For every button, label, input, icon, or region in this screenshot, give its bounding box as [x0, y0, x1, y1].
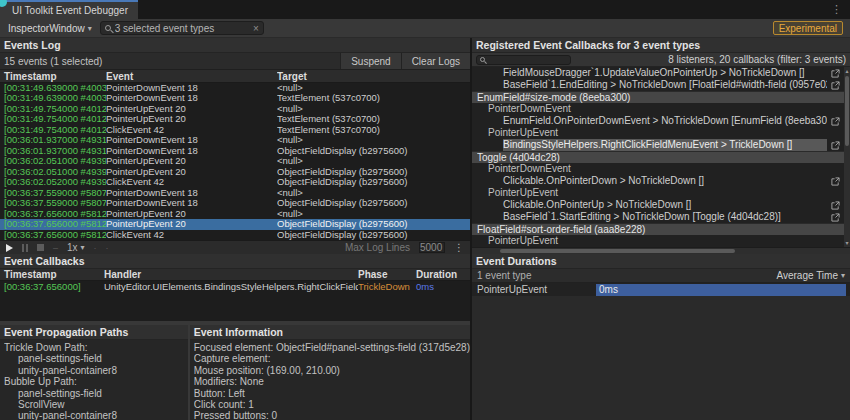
- window-menu-icon[interactable]: ⋮: [828, 1, 845, 17]
- registered-callback-row[interactable]: Toggle (4d04dc28): [472, 151, 850, 163]
- propagation-body: Trickle Down Path:panel-settings-fieldun…: [0, 340, 188, 420]
- event-name: ClickEvent 42: [106, 177, 277, 187]
- event-name: PointerUpEvent 20: [106, 219, 277, 229]
- event-log-row[interactable]: [00:36:02.051000 #493990] PointerUpEvent…: [0, 167, 470, 177]
- playback-speed-dropdown[interactable]: 1x ▾: [67, 242, 85, 253]
- registered-callback-label: BaseField`1.EndEditing > NoTrickleDown […: [503, 79, 827, 91]
- stop-icon[interactable]: [37, 244, 44, 251]
- column-handler[interactable]: Handler: [104, 269, 358, 280]
- event-log-row[interactable]: [00:31:49.639000 #400354] PointerDownEve…: [0, 83, 470, 93]
- registered-callback-row[interactable]: Clickable.OnPointerUp > NoTrickleDown []: [472, 199, 850, 211]
- event-information-line: Focused element: ObjectField#panel-setti…: [194, 342, 470, 353]
- speed-decrease-icon[interactable]: –: [53, 243, 58, 253]
- open-source-icon[interactable]: [831, 117, 840, 126]
- propagation-header: Event Propagation Paths: [0, 325, 188, 340]
- duration-mode-dropdown[interactable]: Average Time ▾: [776, 270, 845, 281]
- event-log-row[interactable]: [00:31:49.754000 #401236] PointerUpEvent…: [0, 104, 470, 114]
- event-log-row[interactable]: [00:31:49.639000 #400354] PointerDownEve…: [0, 93, 470, 103]
- column-duration[interactable]: Duration: [416, 269, 470, 280]
- max-log-lines-field[interactable]: 5000: [419, 242, 445, 253]
- playback-progress-dot: ·: [94, 243, 97, 253]
- suspend-button[interactable]: Suspend: [340, 53, 400, 69]
- event-timestamp: [00:36:37.656000 #581249]: [0, 219, 106, 229]
- open-source-icon[interactable]: [831, 201, 840, 210]
- open-source-icon[interactable]: [831, 141, 840, 150]
- registered-callback-row[interactable]: FloatField#sort-order-field (aaa8e228): [472, 223, 850, 235]
- event-target: <null>: [277, 83, 470, 93]
- event-name: PointerUpEvent 20: [106, 167, 277, 177]
- registered-callback-row[interactable]: PointerUpEvent: [472, 127, 850, 139]
- horizontal-scrollbar[interactable]: [472, 247, 850, 254]
- column-phase[interactable]: Phase: [358, 269, 416, 280]
- duration-row: PointerUpEvent 0ms: [472, 283, 850, 296]
- registered-callback-label: FieldMouseDragger`1.UpdateValueOnPointer…: [503, 67, 827, 79]
- registered-callbacks-title: Registered Event Callbacks for 3 event t…: [476, 39, 700, 51]
- event-log-row[interactable]: [00:36:02.051000 #493990] PointerUpEvent…: [0, 156, 470, 166]
- registered-callback-row[interactable]: BaseField`1.EndEditing > NoTrickleDown […: [472, 79, 850, 91]
- event-target: TextElement (537c0700): [277, 125, 470, 135]
- scroll-up-icon[interactable]: ▴: [844, 68, 850, 74]
- registered-callback-row[interactable]: PointerDownEvent: [472, 163, 850, 175]
- event-log-row[interactable]: [00:31:49.754000 #401238] ClickEvent 42 …: [0, 125, 470, 135]
- callback-search-input[interactable]: [476, 55, 571, 65]
- registered-callback-row[interactable]: EnumField#size-mode (8eeba300): [472, 91, 850, 103]
- event-log-row[interactable]: [00:36:37.656000 #581251] ClickEvent 42 …: [0, 230, 470, 240]
- registered-callback-row[interactable]: BindingsStyleHelpers.RightClickFieldMenu…: [472, 139, 850, 151]
- vertical-scrollbar[interactable]: ▴ ▾: [844, 67, 850, 247]
- clear-logs-button[interactable]: Clear Logs: [401, 53, 470, 69]
- column-event[interactable]: Event: [106, 71, 277, 82]
- registered-callbacks-header: Registered Event Callbacks for 3 event t…: [472, 38, 850, 53]
- event-target: <null>: [277, 188, 470, 198]
- open-source-icon[interactable]: [831, 177, 840, 186]
- pause-icon[interactable]: [22, 244, 28, 252]
- registered-callbacks-list: FieldMouseDragger`1.UpdateValueOnPointer…: [472, 67, 850, 247]
- events-log-title: Events Log: [4, 39, 61, 51]
- log-options-menu-icon[interactable]: ⋮: [454, 242, 464, 253]
- event-timestamp: [00:36:37.559000 #580707]: [0, 188, 106, 198]
- registered-callback-row[interactable]: PointerUpEvent: [472, 235, 850, 247]
- event-log-row[interactable]: [00:36:37.656000 #581249] PointerUpEvent…: [0, 219, 470, 229]
- event-log-row[interactable]: [00:31:49.754000 #401236] PointerUpEvent…: [0, 114, 470, 124]
- registered-callback-label: Toggle (4d04dc28): [477, 152, 840, 164]
- registered-callback-label: BaseField`1.StartEditing > NoTrickleDown…: [503, 211, 827, 223]
- registered-callback-row[interactable]: FieldMouseDragger`1.UpdateValueOnPointer…: [472, 67, 850, 79]
- event-log-row[interactable]: [00:36:37.559000 #580707] PointerDownEve…: [0, 188, 470, 198]
- event-target: TextElement (537c0700): [277, 93, 470, 103]
- open-source-icon[interactable]: [831, 69, 840, 78]
- panel-picker-dropdown[interactable]: InspectorWindow ▾: [4, 23, 96, 34]
- event-target: TextElement (537c0700): [277, 114, 470, 124]
- open-source-icon[interactable]: [831, 213, 840, 222]
- registered-callback-label: PointerUpEvent: [488, 127, 840, 139]
- propagation-path-item: Bubble Up Path:: [4, 376, 188, 387]
- event-log-row[interactable]: [00:36:37.656000 #581249] PointerUpEvent…: [0, 209, 470, 219]
- event-name: PointerDownEvent 18: [106, 93, 277, 103]
- registered-callback-label: PointerUpEvent: [488, 235, 840, 247]
- event-log-row[interactable]: [00:36:01.937000 #493178] PointerDownEve…: [0, 146, 470, 156]
- event-log-row[interactable]: [00:36:37.559000 #580707] PointerDownEve…: [0, 198, 470, 208]
- clear-search-icon[interactable]: ×: [253, 23, 259, 34]
- callback-row[interactable]: [00:36:37.656000] UnityEditor.UIElements…: [0, 281, 470, 293]
- column-target[interactable]: Target: [277, 71, 470, 82]
- registered-callback-row[interactable]: EnumField.OnPointerDownEvent > NoTrickle…: [472, 115, 850, 127]
- callback-handler: UnityEditor.UIElements.BindingsStyleHelp…: [104, 281, 358, 293]
- play-icon[interactable]: [6, 244, 13, 252]
- registered-callback-label: PointerUpEvent: [488, 187, 840, 199]
- tab-ui-toolkit-event-debugger[interactable]: UI Toolkit Event Debugger: [0, 0, 138, 19]
- event-log-row[interactable]: [00:36:02.052000 #493992] ClickEvent 42 …: [0, 177, 470, 187]
- registered-callback-row[interactable]: PointerDownEvent: [472, 103, 850, 115]
- event-timestamp: [00:36:37.656000 #581249]: [0, 209, 106, 219]
- column-timestamp[interactable]: Timestamp: [0, 71, 106, 82]
- max-log-lines-label: Max Log Lines: [345, 242, 410, 253]
- chevron-down-icon: ▾: [841, 271, 845, 280]
- event-timestamp: [00:31:49.639000 #400354]: [0, 93, 106, 103]
- open-source-icon[interactable]: [831, 81, 840, 90]
- registered-callback-row[interactable]: BaseField`1.StartEditing > NoTrickleDown…: [472, 211, 850, 223]
- column-timestamp[interactable]: Timestamp: [0, 269, 104, 280]
- event-type-filter-input[interactable]: 3 selected event types ×: [100, 21, 264, 35]
- scrollbar-thumb[interactable]: [845, 76, 849, 146]
- registered-callback-row[interactable]: PointerUpEvent: [472, 187, 850, 199]
- scroll-down-icon[interactable]: ▾: [844, 240, 850, 246]
- registered-callback-row[interactable]: Clickable.OnPointerDown > NoTrickleDown …: [472, 175, 850, 187]
- scrollbar-thumb[interactable]: [500, 249, 735, 253]
- event-log-row[interactable]: [00:36:01.937000 #493178] PointerDownEve…: [0, 135, 470, 145]
